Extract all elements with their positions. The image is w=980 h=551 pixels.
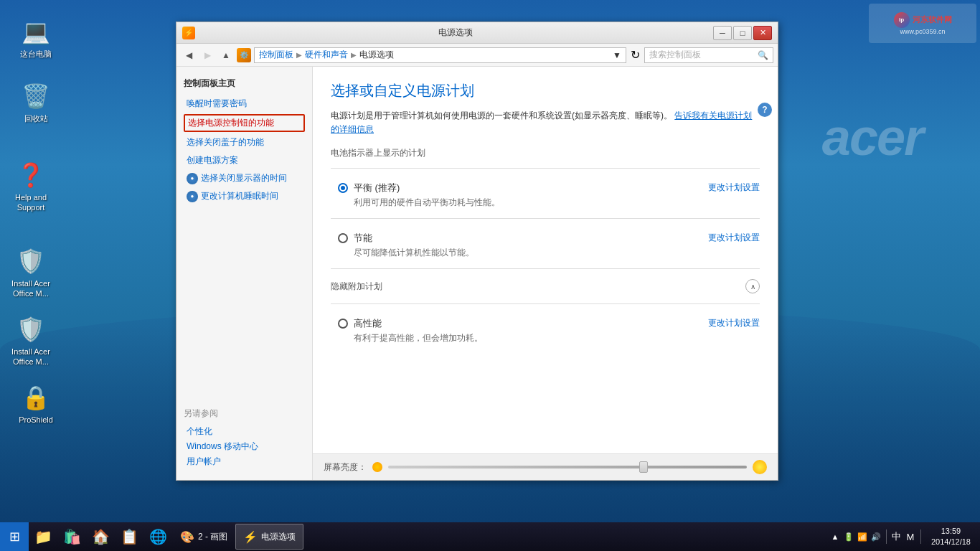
search-box[interactable]: 搜索控制面板 🔍 (644, 47, 773, 63)
plan-highperf-desc: 有利于提高性能，但会增加功耗。 (354, 332, 701, 344)
desktop-icon-proshield[interactable]: 🔒 ProShield (11, 380, 61, 428)
brightness-slider[interactable] (388, 466, 747, 468)
tray-divider (886, 529, 887, 544)
plan-highperf-info: 高性能 有利于提高性能，但会增加功耗。 (354, 317, 701, 344)
breadcrumb-arrow-1: ▶ (351, 51, 357, 59)
nav-create-plan[interactable]: 创建电源方案 (184, 153, 305, 168)
plan-highperf-settings[interactable]: 更改计划设置 (708, 317, 760, 329)
tray-network[interactable]: 📶 (857, 531, 868, 542)
breadcrumb-arrow-0: ▶ (296, 51, 302, 59)
taskbar-ie[interactable]: 🌐 (145, 524, 171, 550)
breadcrumb: 控制面板 ▶ 硬件和声音 ▶ 电源选项 ▼ (254, 47, 626, 63)
up-button[interactable]: ▲ (218, 47, 234, 63)
forward-button[interactable]: ▶ (199, 47, 215, 63)
help-icon: ❓ (17, 161, 45, 189)
section-divider-top (331, 168, 760, 169)
brightness-low-icon (372, 462, 382, 472)
paint-icon: 🎨 (180, 530, 194, 544)
nav-main-title: 控制面板主页 (184, 77, 305, 90)
title-bar: ⚡ 电源选项 ─ □ ✕ (176, 22, 778, 44)
plan-balanced-settings[interactable]: 更改计划设置 (708, 182, 760, 194)
taskbar-right: ▲ 🔋 📶 🔊 中 M 13:59 2014/12/18 (829, 526, 980, 548)
watermark: ip 河东软件网 www.pc0359.cn (869, 4, 976, 43)
refresh-button[interactable]: ↻ (631, 48, 640, 62)
tray-battery[interactable]: 🔋 (843, 531, 854, 542)
proshield-label: ProShield (19, 415, 53, 425)
desktop-icon-install-acer1[interactable]: 🛡️ Install Acer Office M... (6, 244, 56, 302)
breadcrumb-dropdown[interactable]: ▼ (613, 50, 621, 60)
tray-show-hidden[interactable]: ▲ (829, 531, 841, 542)
taskbar-paint-app[interactable]: 🎨 2 - 画图 (172, 524, 235, 550)
breadcrumb-item-1[interactable]: 硬件和声音 (305, 49, 348, 61)
battery-section-label: 电池指示器上显示的计划 (331, 147, 760, 162)
plan-saver-desc: 尽可能降低计算机性能以节能。 (354, 247, 701, 259)
plan-highperf-radio[interactable] (338, 319, 348, 329)
acer-brand-text: acer (822, 108, 923, 166)
brightness-bar: 屏幕亮度： (313, 453, 778, 480)
tray-volume[interactable]: 🔊 (870, 531, 882, 542)
nav-display-off[interactable]: ● 选择关闭显示器的时间 (184, 171, 305, 186)
taskbar-store[interactable]: 🛍️ (59, 524, 85, 550)
plan-saver-settings[interactable]: 更改计划设置 (708, 232, 760, 244)
help-button[interactable]: ? (758, 103, 772, 117)
tray-m[interactable]: M (905, 531, 916, 542)
maximize-button[interactable]: □ (733, 26, 752, 40)
taskbar-power-app[interactable]: ⚡ 电源选项 (235, 524, 303, 550)
nav-personalize[interactable]: 个性化 (184, 424, 305, 439)
start-button[interactable]: ⊞ (0, 522, 29, 551)
section-divider-bottom (331, 268, 760, 269)
desktop-icon-this-pc[interactable]: 💻 这台电脑 (11, 14, 61, 62)
also-ref-title: 另请参阅 (184, 408, 305, 420)
nav-mobility[interactable]: Windows 移动中心 (184, 439, 305, 454)
nav-wake-password[interactable]: 唤醒时需要密码 (184, 96, 305, 111)
taskbar-file-explorer[interactable]: 📁 (30, 524, 56, 550)
help-label: Help and Support (15, 192, 47, 213)
plan-balanced-name: 平衡 (推荐) (354, 182, 701, 194)
clock-time: 13:59 (931, 526, 971, 537)
breadcrumb-item-2[interactable]: 电源选项 (359, 49, 394, 61)
nav-sleep-time[interactable]: ● 更改计算机睡眠时间 (184, 189, 305, 204)
nav-lid-close[interactable]: 选择关闭盖子的功能 (184, 135, 305, 150)
minimize-button[interactable]: ─ (713, 26, 732, 40)
power-window: ⚡ 电源选项 ─ □ ✕ ◀ ▶ ▲ ⚙️ 控制面板 ▶ 硬件和声音 ▶ 电源选… (176, 22, 778, 481)
also-ref-section: 另请参阅 个性化 Windows 移动中心 用户帐户 (184, 397, 305, 469)
section-divider-mid (331, 218, 760, 219)
watermark-logo-icon: ip (894, 12, 910, 28)
page-heading: 选择或自定义电源计划 (331, 81, 760, 100)
taskbar: ⊞ 📁 🛍️ 🏠 📋 🌐 🎨 2 - 画图 ⚡ 电源选项 ▲ 🔋 📶 (0, 522, 980, 551)
this-pc-icon: 💻 (22, 17, 50, 46)
desc-text: 电源计划是用于管理计算机如何使用电源的一套硬件和系统设置(如显示器亮度、睡眠等)… (331, 110, 672, 121)
nav-user-accounts[interactable]: 用户帐户 (184, 454, 305, 469)
address-bar: ◀ ▶ ▲ ⚙️ 控制面板 ▶ 硬件和声音 ▶ 电源选项 ▼ ↻ 搜索控制面板 … (176, 44, 778, 67)
hidden-plans-toggle[interactable]: 隐藏附加计划 ∧ (331, 275, 760, 298)
clock[interactable]: 13:59 2014/12/18 (925, 526, 976, 548)
taskbar-notes[interactable]: 📋 (116, 524, 142, 550)
window-icon: ⚡ (182, 27, 195, 39)
sleep-time-icon: ● (187, 191, 198, 202)
recycle-bin-label: 回收站 (24, 113, 48, 123)
start-icon: ⊞ (9, 529, 20, 545)
install-acer2-label: Install Acer Office M... (11, 347, 50, 367)
back-button[interactable]: ◀ (181, 47, 197, 63)
brightness-label: 屏幕亮度： (324, 461, 367, 474)
taskbar-home[interactable]: 🏠 (88, 524, 113, 550)
plan-balanced-row: 平衡 (推荐) 利用可用的硬件自动平衡功耗与性能。 更改计划设置 (331, 174, 760, 212)
section-divider-hidden (331, 303, 760, 304)
recycle-bin-icon: 🗑️ (22, 82, 50, 110)
display-off-icon: ● (187, 173, 198, 184)
desktop-icon-recycle-bin[interactable]: 🗑️ 回收站 (11, 79, 61, 126)
clock-date: 2014/12/18 (931, 537, 971, 547)
close-button[interactable]: ✕ (753, 26, 772, 40)
nav-power-button[interactable]: 选择电源控制钮的功能 (184, 114, 305, 132)
desktop-icon-install-acer2[interactable]: 🛡️ Install Acer Office M... (6, 312, 56, 370)
plan-balanced-radio[interactable] (338, 183, 348, 193)
plan-highperf-row: 高性能 有利于提高性能，但会增加功耗。 更改计划设置 (331, 310, 760, 348)
hidden-plans-label: 隐藏附加计划 (331, 281, 382, 293)
plan-saver-radio[interactable] (338, 233, 348, 243)
ie-icon: 🌐 (149, 528, 167, 545)
brightness-thumb[interactable] (639, 461, 648, 473)
install-acer1-label: Install Acer Office M... (11, 278, 50, 299)
desktop-icon-help[interactable]: ❓ Help and Support (6, 158, 56, 216)
tray-ime[interactable]: 中 (891, 531, 903, 542)
breadcrumb-item-0[interactable]: 控制面板 (259, 49, 293, 61)
